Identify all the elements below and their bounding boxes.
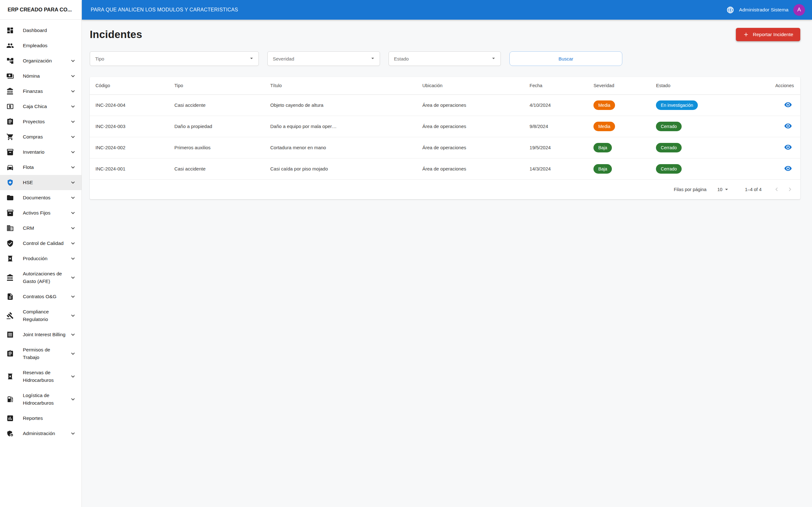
banner-text: PARA QUE ANALICEN LOS MODULOS Y CARACTER… (91, 7, 726, 13)
sidebar-item-empleados[interactable]: Empleados (0, 38, 82, 53)
search-button[interactable]: Buscar (509, 51, 622, 66)
rows-per-page-label: Filas por página (674, 187, 706, 192)
bank-icon (6, 88, 14, 95)
health-safety-shield-icon (6, 179, 14, 186)
sidebar-item-documentos[interactable]: Documentos (0, 190, 82, 205)
sidebar-item-contratos-o-g[interactable]: Contratos O&G (0, 289, 82, 304)
sidebar-item-compras[interactable]: Compras (0, 129, 82, 145)
sidebar-item-produccion[interactable]: Producción (0, 251, 82, 266)
chevron-down-icon (69, 312, 77, 319)
sidebar-item-control-de-calidad[interactable]: Control de Calidad (0, 236, 82, 251)
sidebar-item-reportes[interactable]: Reportes (0, 411, 82, 426)
chevron-down-icon (69, 57, 77, 64)
next-page-button[interactable] (783, 183, 797, 196)
chevron-down-icon (69, 274, 77, 281)
sidebar-item-activos-fijos[interactable]: Activos Fijos (0, 205, 82, 221)
sidebar-item-proyectos[interactable]: Proyectos (0, 114, 82, 129)
cell-ubicacion: Área de operaciones (416, 116, 524, 137)
table-pagination: Filas por página 10 1–4 of 4 (90, 180, 800, 199)
chevron-down-icon (69, 88, 77, 95)
sidebar-item-logistica-de-hidrocarburos[interactable]: Logística de Hidrocarburos (0, 388, 82, 411)
cell-titulo: Daño a equipo por mala oper… (264, 116, 416, 137)
chevron-down-icon (69, 225, 77, 232)
cell-tipo: Casi accidente (169, 158, 264, 179)
report-incident-button[interactable]: Reportar Incidente (736, 28, 800, 41)
sidebar-item-finanzas[interactable]: Finanzas (0, 83, 82, 99)
sidebar-item-dashboard[interactable]: Dashboard (0, 23, 82, 38)
org-tree-icon (6, 57, 14, 65)
chevron-left-icon (773, 186, 780, 193)
tipo-filter-select[interactable]: Tipo (90, 51, 259, 66)
severidad-filter-select[interactable]: Severidad (267, 51, 380, 66)
dropdown-caret-icon (490, 55, 497, 62)
gas-station-icon (6, 395, 14, 403)
table-row: INC-2024-004 Casi accidente Objeto cayen… (90, 95, 800, 116)
sidebar-item-administracion[interactable]: Administración (0, 426, 82, 441)
cell-fecha: 4/10/2024 (524, 95, 588, 116)
pagination-range: 1–4 of 4 (745, 187, 762, 192)
rows-per-page-select[interactable]: 10 (715, 186, 731, 193)
gavel-icon (6, 312, 14, 320)
sidebar-item-compliance-regulatorio[interactable]: Compliance Regulatorio (0, 304, 82, 327)
col-header-titulo: Título (264, 77, 416, 95)
chevron-down-icon (69, 72, 77, 79)
chevron-down-icon (69, 103, 77, 110)
view-incident-button[interactable] (782, 99, 794, 112)
sidebar-item-permisos-de-trabajo[interactable]: Permisos de Trabajo (0, 342, 82, 365)
main-content: Incidentes Reportar Incidente Tipo Sever… (82, 20, 812, 507)
app-brand-title: ERP CREADO PARA CO... (0, 0, 82, 20)
status-badge: En investigación (656, 101, 698, 110)
people-icon (6, 42, 14, 49)
eye-icon (784, 164, 792, 172)
chevron-down-icon (69, 331, 77, 338)
folder-icon (6, 194, 14, 202)
table-row: INC-2024-001 Casi accidente Casi caída p… (90, 158, 800, 179)
dropdown-caret-icon (369, 55, 376, 62)
status-badge: Cerrado (656, 164, 681, 174)
topbar-user-area: Administrador Sistema A (726, 4, 805, 16)
eye-icon (784, 143, 792, 151)
chevron-down-icon (69, 430, 77, 437)
cell-tipo: Casi accidente (169, 95, 264, 116)
sidebar-item-flota[interactable]: Flota (0, 160, 82, 175)
sidebar-item-joint-interest-billing[interactable]: Joint Interest Billing (0, 327, 82, 342)
previous-page-button[interactable] (770, 183, 783, 196)
admin-settings-icon (6, 430, 14, 437)
sidebar-item-caja-chica[interactable]: Caja Chica (0, 99, 82, 114)
chevron-right-icon (786, 186, 794, 193)
sidebar-nav: Dashboard Empleados Organización Nómina … (0, 20, 82, 507)
top-app-bar: ERP CREADO PARA CO... PARA QUE ANALICEN … (0, 0, 812, 20)
page-title: Incidentes (90, 29, 142, 41)
receipt-icon (6, 331, 14, 338)
col-header-ubicacion: Ubicación (416, 77, 524, 95)
view-incident-button[interactable] (782, 120, 794, 133)
cell-tipo: Daño a propiedad (169, 116, 264, 137)
status-badge: Cerrado (656, 143, 681, 153)
shopping-cart-icon (6, 133, 14, 141)
sidebar-item-nomina[interactable]: Nómina (0, 68, 82, 83)
sidebar-item-inventario[interactable]: Inventario (0, 145, 82, 160)
chevron-down-icon (69, 210, 77, 216)
app-banner: PARA QUE ANALICEN LOS MODULOS Y CARACTER… (82, 0, 812, 20)
cell-titulo: Casi caída por piso mojado (264, 158, 416, 179)
view-incident-button[interactable] (782, 163, 794, 175)
avatar[interactable]: A (793, 4, 805, 16)
sidebar-item-reservas-de-hidrocarburos[interactable]: Reservas de Hidrocarburos (0, 365, 82, 388)
view-incident-button[interactable] (782, 141, 794, 154)
building-icon (6, 224, 14, 232)
sidebar-item-crm[interactable]: CRM (0, 221, 82, 236)
oil-barrel-icon (6, 255, 14, 262)
language-globe-icon[interactable] (726, 6, 734, 14)
estado-filter-select[interactable]: Estado (389, 51, 501, 66)
dashboard-icon (6, 26, 14, 34)
sidebar-item-organizacion[interactable]: Organización (0, 53, 82, 68)
sidebar-item-hse[interactable]: HSE (0, 175, 82, 190)
incidents-table: Código Tipo Título Ubicación Fecha Sever… (90, 77, 800, 180)
document-icon (6, 293, 14, 300)
cell-codigo: INC-2024-003 (90, 116, 169, 137)
sidebar-item-autorizaciones-de-gasto-afe[interactable]: Autorizaciones de Gasto (AFE) (0, 266, 82, 289)
bar-chart-icon (6, 414, 14, 422)
dropdown-caret-icon (723, 186, 730, 193)
cell-titulo: Objeto cayendo de altura (264, 95, 416, 116)
chevron-down-icon (69, 164, 77, 171)
